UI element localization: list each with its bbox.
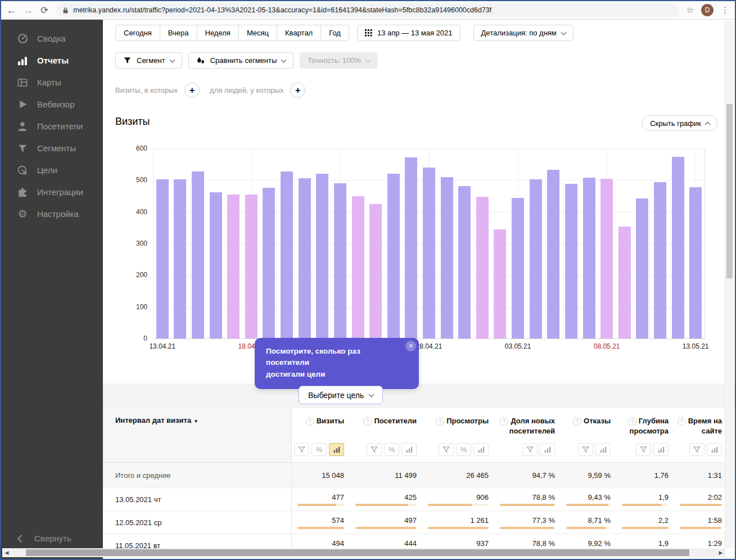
filter-tool-button[interactable] bbox=[522, 443, 538, 456]
filter-tool-button[interactable] bbox=[578, 443, 593, 456]
sidebar-item-svodka[interactable]: Сводка bbox=[1, 28, 103, 49]
chart-bar[interactable] bbox=[210, 192, 222, 338]
chart-bar[interactable] bbox=[334, 183, 346, 338]
chart-bar[interactable] bbox=[316, 174, 328, 338]
percent-tool-button[interactable]: % bbox=[311, 443, 327, 456]
sidebar-item-integracii[interactable]: Интеграции bbox=[1, 181, 103, 203]
detail-dropdown[interactable]: Детализация: по дням bbox=[473, 25, 574, 41]
close-icon[interactable]: ✕ bbox=[405, 341, 416, 351]
metric-column-label[interactable]: ?Просмотры bbox=[422, 416, 489, 426]
chart-bar[interactable] bbox=[405, 157, 417, 338]
vertical-scrollbar-thumb[interactable] bbox=[726, 104, 733, 278]
bars-tool-button[interactable] bbox=[540, 443, 555, 456]
bookmark-star-icon[interactable]: ☆ bbox=[687, 5, 694, 15]
chart-bar[interactable] bbox=[245, 195, 258, 338]
vertical-scrollbar[interactable] bbox=[725, 21, 734, 548]
chart-bar[interactable] bbox=[192, 171, 204, 338]
chart-bar[interactable] bbox=[494, 229, 506, 338]
compare-segments-button[interactable]: Сравнить сегменты bbox=[188, 52, 294, 69]
period-button-квартал[interactable]: Квартал bbox=[277, 25, 321, 41]
metric-column-label[interactable]: ?Отказы bbox=[561, 416, 611, 426]
chart-bar[interactable] bbox=[227, 195, 240, 338]
sidebar-item-nastrojka[interactable]: ⚙Настройка bbox=[1, 203, 103, 225]
chart-bar[interactable] bbox=[689, 187, 702, 338]
sidebar-item-celi[interactable]: Цели bbox=[1, 159, 103, 181]
chart-bar[interactable] bbox=[281, 171, 293, 338]
chart-bar[interactable] bbox=[369, 204, 382, 338]
scroll-right-arrow-icon[interactable]: ▶ bbox=[716, 550, 725, 556]
chart-bar[interactable] bbox=[672, 157, 684, 338]
filter-tool-button[interactable] bbox=[689, 443, 705, 456]
forward-icon[interactable]: → bbox=[24, 6, 33, 15]
table-row: 13.05.2021 чт47742590678,8 %9,43 %1,92:0… bbox=[103, 487, 728, 511]
metric-column-label[interactable]: ?Визиты bbox=[292, 416, 344, 426]
filter-tool-button[interactable] bbox=[439, 443, 454, 456]
chart-bar[interactable] bbox=[636, 198, 648, 338]
add-visit-condition-button[interactable]: + bbox=[184, 83, 200, 98]
period-button-вчера[interactable]: Вчера bbox=[160, 25, 197, 41]
chart-bar[interactable] bbox=[600, 179, 613, 338]
chart-bar[interactable] bbox=[476, 197, 489, 338]
bars-tool-button[interactable] bbox=[473, 443, 489, 456]
bars-tool-button[interactable] bbox=[401, 443, 417, 456]
avatar[interactable]: D bbox=[701, 4, 714, 16]
chart-bar[interactable] bbox=[423, 168, 435, 338]
date-range-button[interactable]: 13 апр — 13 мая 2021 bbox=[357, 25, 460, 41]
back-icon[interactable]: ← bbox=[7, 6, 16, 15]
chart-bar[interactable] bbox=[174, 179, 186, 338]
filter-tool-button[interactable] bbox=[294, 443, 309, 456]
period-button-неделя[interactable]: Неделя bbox=[197, 25, 239, 41]
bars-tool-button[interactable] bbox=[653, 443, 669, 456]
filter-tool-button[interactable] bbox=[636, 443, 651, 456]
metric-column-label[interactable]: ?Посетители bbox=[350, 416, 417, 426]
chart-bar[interactable] bbox=[565, 184, 577, 338]
sidebar-item-posetiteli[interactable]: Посетители bbox=[1, 115, 103, 137]
chart-bar[interactable] bbox=[387, 174, 400, 338]
chart-bar[interactable] bbox=[512, 198, 524, 338]
segment-button[interactable]: Сегмент bbox=[115, 52, 182, 69]
sidebar-collapse-button[interactable]: Свернуть bbox=[19, 534, 71, 543]
metric-column-label[interactable]: ?Время на сайте bbox=[674, 416, 722, 436]
chart-bar[interactable] bbox=[654, 182, 666, 338]
chart-bar[interactable] bbox=[299, 178, 311, 338]
select-goal-button[interactable]: Выберите цель bbox=[299, 386, 383, 404]
chart-bar[interactable] bbox=[352, 196, 364, 338]
chart-bar[interactable] bbox=[547, 170, 559, 338]
sidebar-item-otchety[interactable]: Отчеты bbox=[1, 49, 103, 71]
bars-tool-button[interactable] bbox=[595, 443, 611, 456]
metric-column-label[interactable]: ?Глубина просмотра bbox=[616, 416, 669, 436]
url-bar[interactable]: metrika.yandex.ru/stat/traffic?period=20… bbox=[56, 3, 679, 17]
period-button-месяц[interactable]: Месяц bbox=[238, 25, 277, 41]
segment-toolbar: Сегмент Сравнить сегменты Точность: 100% bbox=[115, 52, 378, 69]
chart-bar[interactable] bbox=[263, 188, 275, 338]
filter-tool-button[interactable] bbox=[367, 443, 382, 456]
percent-tool-button[interactable]: % bbox=[456, 443, 471, 456]
horizontal-scrollbar-thumb[interactable] bbox=[26, 549, 689, 556]
metric-column-label[interactable]: ?Доля новых посетителей bbox=[494, 416, 555, 436]
cell-value: 8,71 % bbox=[566, 516, 611, 525]
hide-chart-button[interactable]: Скрыть график bbox=[642, 115, 718, 131]
sidebar-item-karty[interactable]: Карты bbox=[1, 71, 103, 93]
period-button-сегодня[interactable]: Сегодня bbox=[115, 25, 160, 41]
bars-tool-button[interactable] bbox=[329, 443, 344, 456]
bars-tool-button[interactable] bbox=[707, 443, 722, 456]
horizontal-scrollbar[interactable]: ◀ ▶ bbox=[2, 548, 725, 557]
sidebar-item-vebvizor[interactable]: Вебвизор bbox=[1, 93, 103, 115]
add-people-condition-button[interactable]: + bbox=[290, 83, 305, 98]
chart-bar[interactable] bbox=[156, 179, 169, 338]
dimension-column-header[interactable]: Интервал дат визита▾ bbox=[103, 408, 291, 462]
period-button-год[interactable]: Год bbox=[320, 25, 349, 41]
chart-bar[interactable] bbox=[458, 186, 471, 338]
accuracy-dropdown[interactable]: Точность: 100% bbox=[300, 52, 378, 69]
reload-icon[interactable]: ⟳ bbox=[40, 6, 48, 15]
chart-bar[interactable] bbox=[530, 179, 542, 338]
question-icon: ? bbox=[678, 417, 686, 426]
table-cell: 9,43 % bbox=[561, 488, 616, 511]
chart-bar[interactable] bbox=[618, 227, 631, 338]
chart-bar[interactable] bbox=[583, 178, 595, 338]
chart-bar[interactable] bbox=[441, 177, 453, 338]
scroll-left-arrow-icon[interactable]: ◀ bbox=[2, 550, 11, 556]
browser-menu-icon[interactable]: ⋮ bbox=[721, 5, 729, 15]
percent-tool-button[interactable]: % bbox=[384, 443, 399, 456]
sidebar-item-segmenty[interactable]: Сегменты bbox=[1, 137, 103, 159]
